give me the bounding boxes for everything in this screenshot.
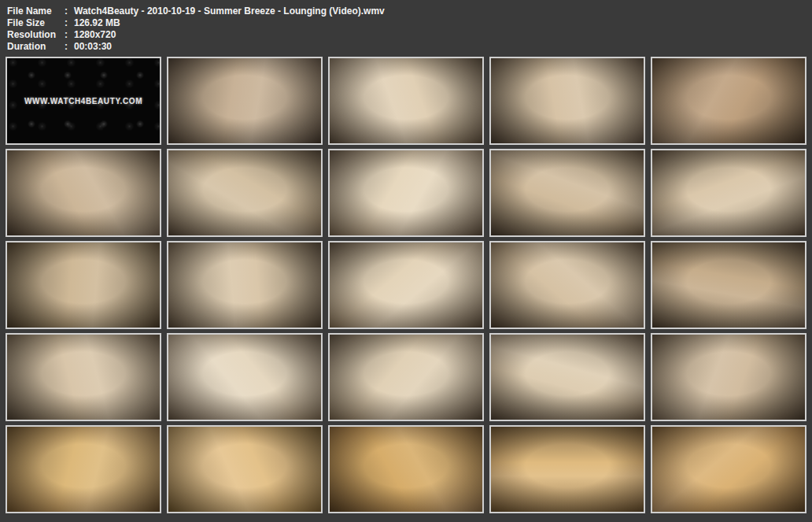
file-info-label: Duration [7,41,65,53]
thumbnail-7[interactable] [167,149,323,237]
thumbnail-20[interactable] [651,333,806,421]
file-info-label: File Name [7,6,65,17]
thumbnail-5[interactable] [651,57,806,145]
thumbnail-12[interactable] [167,241,323,329]
thumbnail-11[interactable] [6,241,161,329]
thumbnail-16[interactable] [6,333,161,421]
thumbnail-grid: WWW.WATCH4BEAUTY.COM [0,57,812,518]
file-info-label: File Size [7,17,65,29]
thumbnail-18[interactable] [328,333,484,421]
thumbnail-14[interactable] [489,241,645,329]
file-info-row-file-name: File Name:Watch4Beauty - 2010-10-19 - Su… [7,6,812,17]
file-info-colon: : [65,41,74,53]
file-info-value: 126.92 MB [74,17,120,28]
file-info-row-resolution: Resolution:1280x720 [7,29,812,41]
file-info-value: 00:03:30 [74,41,112,52]
file-info-header: File Name:Watch4Beauty - 2010-10-19 - Su… [0,0,812,57]
file-info-label: Resolution [7,29,65,41]
thumbnail-22[interactable] [167,425,323,513]
thumbnail-17[interactable] [167,333,323,421]
thumbnail-19[interactable] [489,333,645,421]
thumbnail-13[interactable] [328,241,484,329]
thumbnail-6[interactable] [6,149,161,237]
file-info-colon: : [65,29,74,41]
thumbnail-24[interactable] [489,425,645,513]
watermark-text: WWW.WATCH4BEAUTY.COM [24,97,142,106]
thumbnail-10[interactable] [651,149,806,237]
file-info-row-file-size: File Size:126.92 MB [7,17,812,29]
thumbnail-4[interactable] [489,57,645,145]
thumbnail-2[interactable] [167,57,323,145]
file-info-colon: : [65,6,74,17]
file-info-colon: : [65,17,74,29]
thumbnail-3[interactable] [328,57,484,145]
thumbnail-23[interactable] [328,425,484,513]
thumbnail-8[interactable] [328,149,484,237]
thumbnail-1[interactable]: WWW.WATCH4BEAUTY.COM [6,57,161,145]
file-info-value: 1280x720 [74,29,116,40]
thumbnail-21[interactable] [6,425,161,513]
thumbnail-25[interactable] [651,425,806,513]
thumbnail-9[interactable] [489,149,645,237]
file-info-value: Watch4Beauty - 2010-10-19 - Summer Breez… [74,6,385,17]
thumbnail-15[interactable] [651,241,806,329]
file-info-row-duration: Duration:00:03:30 [7,41,812,53]
